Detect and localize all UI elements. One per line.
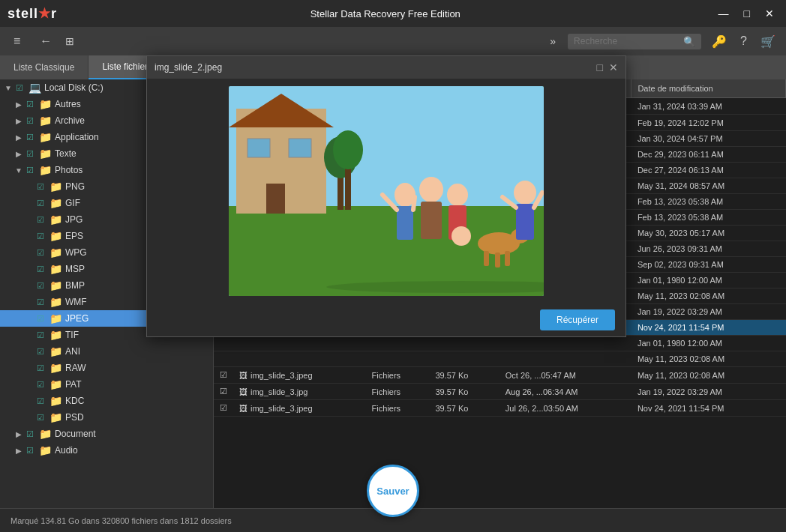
- folder-icon: 📁: [39, 148, 52, 160]
- modal-footer: Récupérer: [147, 303, 626, 336]
- sidebar-item-psd[interactable]: 📁PSD: [0, 409, 213, 426]
- sidebar-item-audio[interactable]: ▶📁Audio: [0, 442, 213, 459]
- cart-button[interactable]: 🛒: [758, 31, 778, 52]
- row-filename: [233, 336, 366, 351]
- tree-item-label: PSD: [65, 412, 84, 423]
- modal-maximize-button[interactable]: □: [597, 61, 603, 73]
- folder-icon: 📁: [50, 279, 62, 291]
- preview-modal: img_slide_2.jpeg □ ✕: [146, 55, 626, 337]
- tree-checkbox[interactable]: [34, 199, 46, 208]
- row-checkbox[interactable]: [214, 336, 233, 351]
- svg-point-30: [452, 226, 471, 246]
- table-row[interactable]: May 11, 2023 02:08 AM: [214, 351, 786, 367]
- sidebar-item-raw[interactable]: 📁RAW: [0, 360, 213, 376]
- view-toggle[interactable]: ⊞: [65, 35, 74, 47]
- row-size: [429, 336, 499, 351]
- tree-checkbox[interactable]: [34, 248, 46, 258]
- tree-checkbox[interactable]: [34, 182, 46, 192]
- recover-button[interactable]: Récupérer: [540, 309, 615, 330]
- tree-item-label: PAT: [65, 379, 82, 390]
- logo-text: stell★r: [8, 5, 57, 22]
- tree-checkbox[interactable]: [24, 100, 36, 109]
- tree-checkbox[interactable]: [24, 166, 36, 175]
- folder-icon: 📁: [50, 296, 62, 308]
- svg-point-18: [447, 184, 468, 206]
- tree-item-label: TIF: [65, 330, 79, 340]
- tree-checkbox[interactable]: [14, 83, 26, 93]
- save-button[interactable]: Sauver: [367, 465, 419, 517]
- tree-checkbox[interactable]: [34, 215, 46, 225]
- tree-checkbox[interactable]: [24, 446, 36, 456]
- row-modified: May 30, 2023 05:17 AM: [632, 226, 786, 241]
- svg-point-26: [514, 181, 536, 205]
- search-input[interactable]: [574, 36, 679, 46]
- folder-icon: 📁: [39, 115, 52, 127]
- help-button[interactable]: ?: [737, 31, 750, 51]
- tree-checkbox[interactable]: [24, 149, 36, 159]
- tree-checkbox[interactable]: [24, 133, 36, 142]
- table-row[interactable]: ☑🖼img_slide_3.jpegFichiers39.57 KoOct 26…: [214, 367, 786, 384]
- sidebar-item-document[interactable]: ▶📁Document: [0, 426, 213, 442]
- tree-checkbox[interactable]: [24, 116, 36, 126]
- back-button[interactable]: ←: [34, 31, 58, 51]
- close-button[interactable]: ✕: [760, 6, 778, 21]
- tab-classic[interactable]: Liste Classique: [0, 55, 88, 79]
- svg-rect-7: [266, 184, 285, 214]
- row-modified: May 11, 2023 02:08 AM: [632, 367, 786, 384]
- tree-item-label: PNG: [65, 181, 85, 192]
- row-modified: Dec 27, 2024 06:13 AM: [632, 163, 786, 178]
- row-modified: Jan 30, 2024 04:57 PM: [632, 131, 786, 147]
- tree-checkbox[interactable]: [34, 413, 46, 423]
- table-row[interactable]: ☑🖼img_slide_3.jpgFichiers39.57 KoAug 26,…: [214, 384, 786, 400]
- folder-icon: 📁: [50, 411, 62, 423]
- svg-rect-27: [516, 204, 534, 240]
- maximize-button[interactable]: □: [740, 6, 754, 21]
- row-modified: Sep 02, 2023 09:31 AM: [632, 257, 786, 273]
- tree-checkbox[interactable]: [34, 363, 46, 373]
- folder-icon: 📁: [50, 214, 62, 226]
- row-modified: Jan 19, 2022 03:29 AM: [632, 384, 786, 400]
- row-modified: Jan 01, 1980 12:00 AM: [632, 336, 786, 351]
- tree-checkbox[interactable]: [34, 380, 46, 390]
- modified-column[interactable]: Date de modification: [632, 79, 786, 98]
- row-checkbox[interactable]: ☑: [214, 384, 233, 400]
- tree-checkbox[interactable]: [24, 429, 36, 439]
- sidebar-item-ani[interactable]: 📁ANI: [0, 343, 213, 360]
- tree-checkbox[interactable]: [34, 265, 46, 274]
- row-modified: May 11, 2023 02:08 AM: [632, 288, 786, 304]
- sidebar-item-kdc[interactable]: 📁KDC: [0, 393, 213, 409]
- tree-checkbox[interactable]: [34, 232, 46, 241]
- tree-checkbox[interactable]: [34, 330, 46, 340]
- tree-checkbox[interactable]: [34, 347, 46, 357]
- row-checkbox[interactable]: [214, 351, 233, 367]
- tree-checkbox[interactable]: [34, 396, 46, 406]
- titlebar: stell★r Stellar Data Recovery Free Editi…: [0, 0, 786, 27]
- tree-item-label: ANI: [65, 346, 80, 357]
- row-type: Fichiers: [366, 367, 430, 384]
- tree-item-label: BMP: [65, 280, 85, 291]
- key-button[interactable]: 🔑: [709, 31, 730, 52]
- tree-toggle-icon: ▶: [14, 117, 24, 125]
- sidebar-item-pat[interactable]: 📁PAT: [0, 376, 213, 393]
- file-icon: 🖼: [239, 387, 248, 396]
- file-icon: 🖼: [239, 371, 248, 380]
- row-checkbox[interactable]: ☑: [214, 400, 233, 417]
- tree-checkbox[interactable]: [34, 297, 46, 307]
- row-type: [366, 336, 430, 351]
- svg-rect-13: [397, 206, 413, 240]
- folder-icon: 📁: [50, 329, 62, 341]
- row-filename: [233, 351, 366, 367]
- table-row[interactable]: Jan 01, 1980 12:00 AM: [214, 336, 786, 351]
- row-checkbox[interactable]: ☑: [214, 367, 233, 384]
- row-modified: Jan 19, 2022 03:29 AM: [632, 304, 786, 320]
- status-info: Marqué 134.81 Go dans 320800 fichiers da…: [10, 516, 232, 525]
- titlebar-left: stell★r: [8, 5, 57, 22]
- tree-checkbox[interactable]: [34, 314, 46, 324]
- minimize-button[interactable]: —: [714, 6, 734, 21]
- table-row[interactable]: ☑🖼img_slide_3.jpegFichiers39.57 KoJul 26…: [214, 400, 786, 417]
- tree-checkbox[interactable]: [34, 281, 46, 291]
- row-modified: Dec 29, 2023 06:11 AM: [632, 147, 786, 163]
- tree-toggle-icon: ▶: [14, 430, 24, 438]
- menu-button[interactable]: ≡: [8, 31, 26, 51]
- modal-close-button[interactable]: ✕: [609, 61, 618, 73]
